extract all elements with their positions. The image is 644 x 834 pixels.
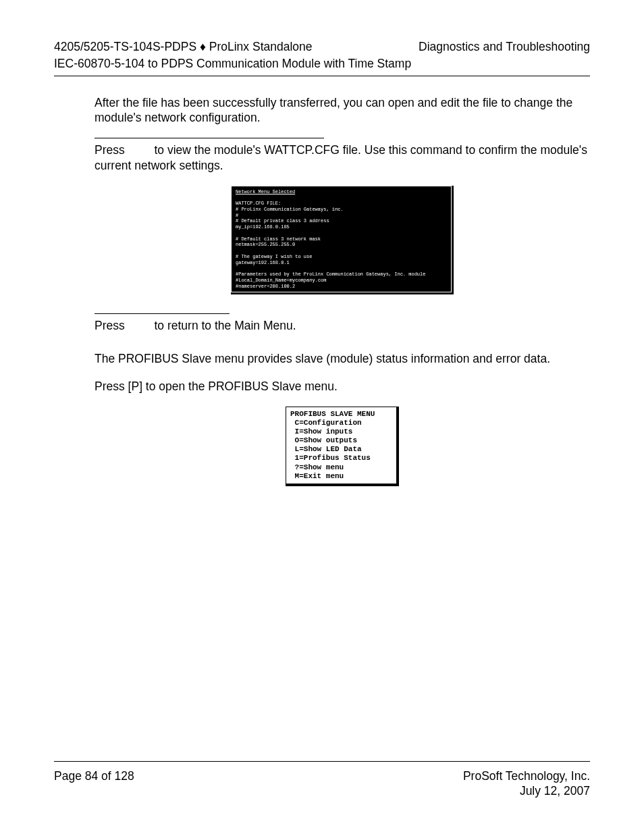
paragraph-profibus-desc: The PROFIBUS Slave menu provides slave (… xyxy=(95,351,590,367)
footer-right: ProSoft Technology, Inc. July 12, 2007 xyxy=(463,768,590,800)
header-left: 4205/5205-TS-104S-PDPS ♦ ProLinx Standal… xyxy=(54,39,313,55)
press-view-line: Press to view the module's WATTCP.CFG fi… xyxy=(95,142,590,174)
press-suffix: to return to the Main Menu. xyxy=(151,319,296,332)
paragraph-profibus-press: Press [P] to open the PROFIBUS Slave men… xyxy=(95,379,590,394)
header-section: Diagnostics and Troubleshooting xyxy=(419,39,590,55)
press-prefix: Press xyxy=(95,319,128,332)
page-header: 4205/5205-TS-104S-PDPS ♦ ProLinx Standal… xyxy=(54,39,590,55)
press-suffix: to view the module's WATTCP.CFG file. Us… xyxy=(95,143,587,172)
header-product: 4205/5205-TS-104S-PDPS xyxy=(54,40,200,53)
terminal-shadow: PROFIBUS SLAVE MENU C=Configuration I=Sh… xyxy=(286,407,399,487)
menu-screen: PROFIBUS SLAVE MENU C=Configuration I=Sh… xyxy=(286,407,397,485)
diamond-icon: ♦ xyxy=(200,40,206,53)
header-brand: ProLinx Standalone xyxy=(206,40,313,53)
terminal-figure-profibus-menu: PROFIBUS SLAVE MENU C=Configuration I=Sh… xyxy=(286,407,399,487)
footer-page-number: Page 84 of 128 xyxy=(54,768,134,800)
section-underline xyxy=(95,138,324,138)
paragraph-intro: After the file has been successfully tra… xyxy=(95,95,590,126)
page-footer: Page 84 of 128 ProSoft Technology, Inc. … xyxy=(54,761,590,800)
header-subtitle: IEC-60870-5-104 to PDPS Communication Mo… xyxy=(54,56,590,72)
page: 4205/5205-TS-104S-PDPS ♦ ProLinx Standal… xyxy=(0,0,644,834)
page-body: After the file has been successfully tra… xyxy=(54,76,590,487)
press-prefix: Press xyxy=(95,143,128,157)
terminal-figure-wattcp: Network Menu Selected WATTCP.CFG FILE: #… xyxy=(231,186,454,295)
footer-date: July 12, 2007 xyxy=(463,783,590,799)
terminal-screen: Network Menu Selected WATTCP.CFG FILE: #… xyxy=(231,186,452,293)
terminal-shadow: Network Menu Selected WATTCP.CFG FILE: #… xyxy=(231,186,454,295)
footer-divider xyxy=(54,761,590,762)
footer-company: ProSoft Technology, Inc. xyxy=(463,768,590,784)
press-return-line: Press to return to the Main Menu. xyxy=(95,318,590,334)
section-underline xyxy=(95,313,230,314)
